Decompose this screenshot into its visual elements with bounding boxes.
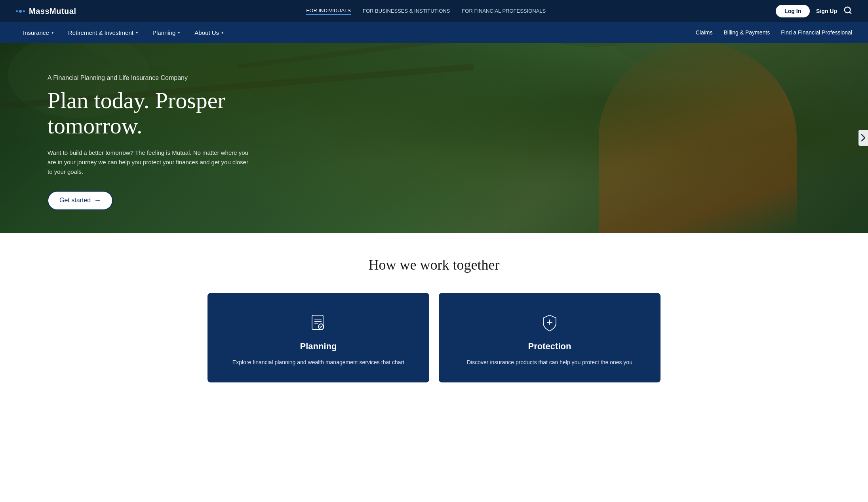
secondary-nav: Insurance ▾ Retirement & Investment ▾ Pl… (0, 22, 868, 43)
nav-about-us[interactable]: About Us ▾ (187, 22, 231, 43)
nav-link-businesses[interactable]: FOR BUSINESSES & INSTITUTIONS (363, 8, 450, 15)
planning-icon (223, 313, 413, 333)
nav-insurance[interactable]: Insurance ▾ (16, 22, 61, 43)
svg-line-1 (849, 12, 851, 13)
utility-link-billing[interactable]: Billing & Payments (724, 29, 770, 36)
logo-text: MassMutual (29, 7, 76, 16)
protection-card-title: Protection (455, 341, 645, 352)
get-started-button[interactable]: Get started → (48, 191, 113, 210)
nav-planning[interactable]: Planning ▾ (145, 22, 187, 43)
planning-card-desc: Explore financial planning and wealth ma… (223, 358, 413, 367)
top-nav-actions: Log In Sign Up (776, 5, 852, 17)
utility-link-claims[interactable]: Claims (696, 29, 713, 36)
how-title: How we work together (48, 257, 820, 273)
hero-content: A Financial Planning and Life Insurance … (48, 74, 277, 210)
chevron-right-icon (861, 134, 866, 142)
logo-area[interactable]: MassMutual (16, 7, 76, 16)
chevron-down-icon: ▾ (178, 30, 180, 35)
hero-subtitle: A Financial Planning and Life Insurance … (48, 74, 277, 82)
hero-title: Plan today. Prosper tomorrow. (48, 88, 277, 139)
scroll-indicator[interactable] (858, 130, 868, 146)
utility-link-find-professional[interactable]: Find a Financial Professional (781, 29, 852, 36)
nav-link-individuals[interactable]: FOR INDIVIDUALS (306, 8, 351, 15)
search-button[interactable] (843, 6, 852, 17)
chevron-down-icon: ▾ (136, 30, 138, 35)
planning-card-title: Planning (223, 341, 413, 352)
chevron-down-icon: ▾ (51, 30, 54, 35)
logo-dots (16, 10, 25, 13)
login-button[interactable]: Log In (776, 5, 810, 17)
arrow-right-icon: → (94, 196, 101, 205)
signup-button[interactable]: Sign Up (816, 8, 837, 14)
svg-rect-14 (312, 315, 323, 329)
how-section: How we work together Planning Explore fi… (0, 233, 868, 398)
nav-retirement[interactable]: Retirement & Investment ▾ (61, 22, 145, 43)
protection-shield-icon (539, 313, 560, 333)
utility-nav: Claims Billing & Payments Find a Financi… (696, 29, 852, 36)
main-nav-links: Insurance ▾ Retirement & Investment ▾ Pl… (16, 22, 231, 43)
logo-dot-3 (23, 10, 25, 12)
nav-link-financial-professionals[interactable]: FOR FINANCIAL PROFESSIONALS (462, 8, 546, 15)
hero-section: A Financial Planning and Life Insurance … (0, 43, 868, 233)
cards-row: Planning Explore financial planning and … (48, 293, 820, 382)
search-icon (843, 6, 852, 15)
protection-card-desc: Discover insurance products that can hel… (455, 358, 645, 367)
logo-dot-1 (16, 10, 18, 12)
chevron-down-icon: ▾ (221, 30, 224, 35)
top-bar: MassMutual FOR INDIVIDUALS FOR BUSINESSE… (0, 0, 868, 22)
protection-card[interactable]: Protection Discover insurance products t… (439, 293, 661, 382)
hero-description: Want to build a better tomorrow? The fee… (48, 148, 253, 177)
planning-card[interactable]: Planning Explore financial planning and … (207, 293, 429, 382)
planning-document-icon (308, 313, 329, 333)
protection-icon (455, 313, 645, 333)
top-nav-links: FOR INDIVIDUALS FOR BUSINESSES & INSTITU… (76, 8, 776, 15)
logo-dot-2 (19, 10, 22, 13)
